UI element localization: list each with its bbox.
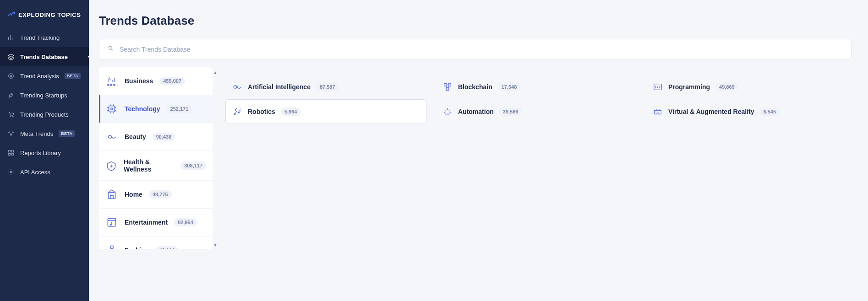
subcategory-robotics[interactable]: Robotics 5,964 [225,99,426,124]
fashion-icon [105,244,118,249]
subcategory-label: Blockchain [458,83,492,91]
category-business[interactable]: Business 455,007 [99,67,213,95]
subcategory-count: 39,586 [499,108,522,116]
category-label: Beauty [125,133,146,140]
svg-point-2 [10,116,11,117]
sidebar: EXPLODING TOPICS Trend Tracking Trends D… [0,0,89,301]
grid-icon [7,149,15,156]
nav-api-access[interactable]: API Access [0,162,89,182]
search-bar[interactable] [99,39,852,60]
category-technology[interactable]: Technology 252,171 [99,95,213,123]
nav-trend-analysis[interactable]: Trend Analysis BETA [0,66,89,86]
category-entertainment[interactable]: Entertainment 82,964 [99,209,213,236]
category-label: Business [125,77,153,85]
category-count: 40,114 [156,246,179,249]
category-health[interactable]: Health & Wellness 308,117 [99,151,213,181]
nav-label: Meta Trends [20,130,53,137]
subcategory-vr-ar[interactable]: Virtual & Augmented Reality 6,545 [646,99,847,124]
category-count: 455,007 [159,77,185,85]
ai-icon [232,82,242,92]
nav-trends-database[interactable]: Trends Database [0,47,89,66]
category-count: 48,775 [149,190,172,199]
nav-reports-library[interactable]: Reports Library [0,143,89,162]
svg-rect-8 [11,150,13,152]
nav-label: Trend Tracking [20,34,60,41]
nav-trend-tracking[interactable]: Trend Tracking [0,28,89,47]
nav-label: Reports Library [20,150,61,156]
rocket-icon [7,91,15,99]
svg-rect-24 [448,84,451,86]
scroll-down-arrow[interactable]: ▼ [213,242,218,248]
technology-icon [105,102,118,115]
target-icon [7,72,15,80]
svg-rect-29 [445,110,450,114]
category-home[interactable]: Home 48,775 [99,181,213,209]
category-label: Technology [125,105,160,113]
robotics-icon [232,107,242,117]
nav-meta-trends[interactable]: Meta Trends BETA [0,124,89,143]
category-count: 82,964 [174,218,197,226]
svg-rect-9 [9,153,11,155]
nav-label: Trends Database [20,54,68,60]
category-fashion[interactable]: Fashion 40,114 [99,236,213,249]
beta-badge: BETA [65,73,81,79]
subcategory-ai[interactable]: Artificial Intelligence 87,587 [225,75,426,99]
category-column: ▲ Business 455,007 Technology 252,171 [99,67,213,301]
nav-trending-startups[interactable]: Trending Startups [0,86,89,105]
category-label: Home [125,191,142,198]
subcategory-count: 49,869 [715,83,738,91]
svg-rect-25 [446,88,449,91]
scroll-up-arrow[interactable]: ▲ [213,69,218,75]
subcategory-blockchain[interactable]: Blockchain 17,548 [436,75,637,99]
svg-point-17 [111,108,113,110]
subcategory-count: 6,545 [759,108,780,116]
sidebar-nav: Trend Tracking Trends Database Trend Ana… [0,28,89,182]
svg-point-28 [238,112,240,113]
programming-icon [653,82,663,92]
svg-point-11 [10,171,12,173]
vr-icon [653,107,663,117]
svg-point-21 [110,246,114,249]
automation-icon [442,107,453,117]
search-icon [108,45,120,54]
category-label: Entertainment [125,219,168,226]
svg-rect-23 [444,84,447,86]
svg-rect-10 [11,153,13,155]
category-list[interactable]: Business 455,007 Technology 252,171 Beau… [99,67,213,249]
subcategory-label: Automation [458,108,494,115]
beta-badge: BETA [59,130,75,137]
category-count: 308,117 [180,161,206,170]
cart-icon [7,111,15,118]
svg-point-12 [109,46,112,49]
subcategory-label: Programming [668,83,710,91]
svg-rect-7 [9,150,11,152]
content-row: ▲ Business 455,007 Technology 252,171 [99,67,852,301]
subcategory-label: Robotics [248,108,275,115]
category-label: Fashion [125,247,149,249]
dots-icon [7,130,15,137]
subcategory-count: 87,587 [316,83,339,91]
nav-trending-products[interactable]: Trending Products [0,105,89,124]
svg-rect-16 [109,106,115,112]
category-label: Health & Wellness [124,158,174,173]
logo-icon [7,10,16,20]
beauty-icon [105,130,118,143]
brand-text: EXPLODING TOPICS [18,11,81,18]
subcategory-count: 5,964 [281,108,301,116]
business-icon [105,75,118,87]
nav-label: Trending Startups [20,92,67,99]
svg-point-20 [110,224,111,225]
brand-logo[interactable]: EXPLODING TOPICS [0,0,89,28]
subcategory-count: 17,548 [498,83,521,91]
nav-label: API Access [20,169,50,176]
search-input[interactable] [120,46,843,53]
nav-label: Trend Analysis [20,73,59,80]
subcategory-label: Artificial Intelligence [248,83,311,91]
subcategory-grid: Artificial Intelligence 87,587 Blockchai… [213,67,852,301]
blockchain-icon [442,82,453,92]
category-count: 90,438 [153,133,175,141]
subcategory-automation[interactable]: Automation 39,586 [436,99,637,124]
chart-icon [7,34,15,41]
category-beauty[interactable]: Beauty 90,438 [99,123,213,151]
subcategory-programming[interactable]: Programming 49,869 [646,75,847,99]
